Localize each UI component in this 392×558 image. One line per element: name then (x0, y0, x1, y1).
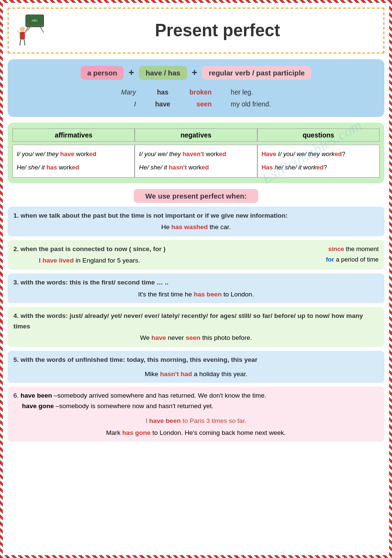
usage-item-6: 6. have been –somebody arrived somewhere… (8, 387, 384, 442)
aff1-verb: work (74, 150, 89, 158)
svg-point-5 (20, 27, 25, 32)
neg1-verb: work (204, 150, 219, 158)
u4-aux2: seen (186, 334, 201, 341)
example-verb-2: seen (196, 98, 212, 110)
usage-3-num: 3. (13, 279, 21, 286)
conjugation-rows: I/ you/ we/ they have worked He/ she/ it… (12, 145, 380, 177)
u6-prefix1: I (146, 417, 149, 424)
usage-label: We use present perfect when: (8, 189, 384, 203)
formula-row: a person + have / has + regular verb / p… (15, 66, 377, 80)
teacher-illustration: ABC (14, 11, 53, 50)
usage-5-text: with the words of unfinished time: today… (21, 356, 257, 363)
example-aux-1: has (157, 86, 169, 98)
since-label: since (328, 245, 344, 253)
since-note: since the moment (326, 244, 379, 254)
usage-6-title-2: have gone –somebody is somewhere now and… (22, 401, 379, 411)
aff2-aux: has (46, 164, 57, 171)
usage-6-title-1: 6. have been –somebody arrived somewhere… (13, 390, 379, 401)
usage-item-2: 2. when the past is connected to now ( s… (8, 240, 384, 270)
example-person-2: I (134, 98, 136, 110)
neg1-aux: haven't (182, 150, 204, 158)
u2-rest: in England for 5 years. (74, 257, 140, 264)
neg2-ed: ed (201, 164, 209, 171)
negative-row-1: I/ you/ we/ they haven't worked (139, 149, 253, 159)
example-persons: Mary I (121, 86, 136, 110)
u3-prefix: It's the first time he (138, 291, 194, 298)
usage-6-title-block: 6. have been –somebody arrived somewhere… (13, 390, 379, 411)
u4-rest: this photo before. (201, 334, 252, 341)
usage-4-example: We have never seen this photo before. (13, 333, 379, 343)
usage-6-example2: Mark has gone to London. He's coming bac… (13, 428, 379, 438)
for-label: for (326, 256, 334, 263)
header-questions: questions (257, 128, 380, 142)
u5-rest: a holiday this year. (192, 370, 247, 378)
svg-line-7 (17, 30, 20, 33)
q1-ed: ed (335, 150, 342, 158)
affirmative-row-1: I/ you/ we/ they have worked (17, 149, 130, 159)
have-been-label: have been (21, 392, 52, 399)
usage-3-title: 3. with the words: this is the first/ se… (13, 277, 379, 288)
usage-5-num: 5. (13, 356, 21, 363)
aff1-aux: have (60, 150, 74, 158)
question-row-1: Have I/ you/ we/ they worked? (262, 149, 375, 159)
example-rest-1: her leg. (231, 86, 253, 98)
u6-aux2: has gone (122, 429, 150, 436)
q1-middle: I/ you/ we/ they work (276, 150, 335, 158)
questions-cell: Have I/ you/ we/ they worked? Has he/ sh… (257, 145, 380, 177)
u5-aux: hasn't had (160, 370, 192, 378)
plus-sign-1: + (128, 67, 134, 78)
u4-middle: never (166, 334, 186, 341)
formula-box-have-has: have / has (139, 66, 187, 80)
u4-prefix: We (140, 334, 151, 341)
u1-prefix: He (161, 223, 171, 231)
question-row-2: Has he/ she/ it worked? (262, 162, 375, 173)
example-verbs: broken seen (190, 86, 212, 110)
svg-line-4 (40, 27, 43, 32)
q1-aux: Have (262, 150, 276, 158)
neg2-aux: hasn't (169, 164, 187, 171)
example-rests: her leg. my old friend. (231, 86, 271, 110)
svg-line-10 (24, 40, 25, 45)
example-aux-2: have (155, 98, 170, 110)
u1-rest: the car. (208, 223, 231, 231)
for-note: for a period of time (326, 254, 379, 265)
neg2-verb: work (187, 164, 201, 171)
q2-middle: he/ she/ it work (273, 164, 317, 171)
usage-5-example: Mike hasn't had a holiday this year. (13, 369, 379, 379)
usage-4-num: 4. (13, 312, 21, 319)
since-text: the moment (344, 245, 379, 253)
u1-aux: has washed (171, 223, 208, 231)
usage-5-title: 5. with the words of unfinished time: to… (13, 355, 379, 365)
header-affirmatives: affirmatives (12, 128, 135, 142)
usage-2-title: 2. when the past is connected to now ( s… (13, 244, 166, 254)
aff2-prefix: He/ she/ it (17, 164, 46, 171)
usage-item-1: 1. when we talk about the past but the t… (8, 207, 384, 236)
usage-3-example: It's the first time he has been to Londo… (13, 289, 379, 300)
usage-4-text: with the words: just/ already/ yet/ neve… (13, 312, 363, 330)
conjugation-section: affirmatives negatives questions I/ you/… (8, 123, 384, 183)
svg-line-9 (20, 40, 21, 45)
aff1-prefix: I/ you/ we/ they (17, 150, 60, 158)
negatives-cell: I/ you/ we/ they haven't worked He/ she/… (135, 145, 257, 177)
usage-2-num: 2. (13, 245, 21, 253)
usage-item-5: 5. with the words of unfinished time: to… (8, 351, 384, 383)
u2-aux: have lived (42, 257, 74, 264)
q2-ed: ed (317, 164, 324, 171)
aff2-ed: ed (72, 164, 79, 171)
u6-rest2: to London. He's coming back home next we… (150, 429, 286, 436)
u6-prefix2: Mark (106, 429, 122, 436)
usage-2-left: 2. when the past is connected to now ( s… (13, 244, 166, 266)
svg-rect-6 (20, 32, 25, 40)
have-been-def: –somebody arrived somewhere and has retu… (52, 392, 266, 399)
plus-sign-2: + (192, 67, 198, 78)
formula-box-person: a person (81, 66, 124, 80)
formula-box-verb: regular verb / past participle (202, 66, 311, 80)
u2-prefix: I (39, 257, 43, 264)
svg-text:ABC: ABC (32, 19, 38, 22)
header: ABC Present perfect (8, 8, 384, 53)
aff2-verb: work (57, 164, 72, 171)
affirmatives-cell: I/ you/ we/ they have worked He/ she/ it… (12, 145, 135, 177)
u6-rest1: to Paris 3 times so far. (181, 417, 246, 424)
usage-1-example: He has washed the car. (13, 222, 379, 232)
usage-item-4: 4. with the words: just/ already/ yet/ n… (8, 307, 384, 347)
